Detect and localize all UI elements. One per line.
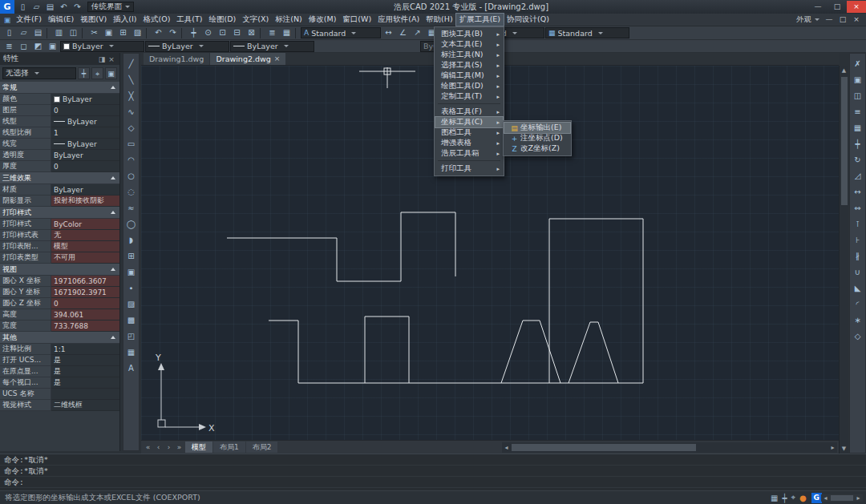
toolbar-icon[interactable]: ⊟ [230,27,244,38]
draw-tool-icon[interactable]: ∙ [124,282,138,295]
property-row[interactable]: 打印样式 ByColor [0,219,119,230]
toolbar-icon[interactable] [181,28,185,38]
layout-nav-icon[interactable]: ‹ [153,442,164,453]
draw-tool-icon[interactable]: ▣ [124,266,138,279]
command-line-panel[interactable]: 命令:*取消* 命令:*取消* 命令: [0,454,866,490]
scrollbar-thumb[interactable] [512,444,696,451]
status-icon[interactable]: ⌖ [791,493,795,502]
property-value[interactable]: 0 [51,161,119,172]
menu-item[interactable]: 绘图(D) [206,14,240,26]
color-combo[interactable]: ByLayer [60,41,144,52]
draw-tool-icon[interactable]: ◯ [124,218,138,231]
modify-tool-icon[interactable]: ↻ [851,154,864,167]
property-row[interactable]: 图层 0 [0,105,119,116]
toolbar-icon[interactable]: ▤ [31,27,45,38]
property-value[interactable]: 投射和接收阴影 [51,196,119,207]
property-row[interactable]: 阴影显示 投射和接收阴影 [0,196,119,207]
scroll-right-icon[interactable]: ▸ [828,444,837,451]
layout-nav-icon[interactable]: » [174,442,184,453]
toolbar-icon[interactable]: ≣ [265,27,279,38]
close-button[interactable]: × [847,1,866,13]
document-tab[interactable]: Drawing1.dwg [144,53,209,65]
draw-tool-icon[interactable]: ◗ [124,234,138,247]
toolbar-icon[interactable] [47,28,51,38]
tab-close-icon[interactable]: × [274,53,281,65]
property-value[interactable]: 无 [51,230,119,241]
menu-item[interactable]: 编辑工具(M) ▸ [435,71,503,81]
doc-restore-button[interactable]: □ [836,14,849,25]
qat-icon[interactable]: ↷ [71,2,84,13]
menu-item[interactable]: 表格工具(F) ▸ [435,107,503,117]
property-row[interactable]: 线型 ByLayer [0,116,119,127]
property-value[interactable]: 不可用 [51,252,119,264]
menu-item[interactable]: 格式(O) [140,14,173,26]
menu-item[interactable]: 坐标工具(C) ▸ [435,117,503,127]
horizontal-scrollbar[interactable]: ◂ ▸ [502,442,837,453]
property-row[interactable]: 视觉样式 二维线框 [0,400,119,411]
toolbar-icon[interactable] [82,28,86,38]
toolbar-icon[interactable] [260,28,264,38]
minimize-button[interactable]: — [808,1,828,13]
toolbar-icon[interactable]: ⊙ [201,27,215,38]
vertical-scrollbar[interactable]: ▲ ▼ [839,66,848,454]
doc-close-button[interactable]: × [850,14,863,25]
property-value[interactable]: 733.7688 [51,321,119,332]
property-row[interactable]: 圆心 X 坐标 1971066.3607 [0,276,119,287]
qat-icon[interactable]: ▱ [30,2,43,13]
draw-tool-icon[interactable]: ∿ [124,106,138,119]
toolbar-icon[interactable]: ┿ [187,27,200,38]
palette-header-button[interactable]: × [107,55,116,63]
modify-tool-icon[interactable]: ∪ [851,266,864,279]
menu-item[interactable]: 窗口(W) [339,14,374,26]
modify-tool-icon[interactable]: ◜ [851,298,864,311]
palette-tool-button[interactable]: ▣ [105,67,117,79]
menu-item[interactable]: 图块工具(B) ▸ [435,29,503,39]
palette-header-button[interactable]: ◨ [97,55,107,63]
menu-item[interactable]: 浩辰工具箱 ▸ [435,148,503,159]
modify-tool-icon[interactable]: ⊦ [851,234,864,247]
command-mini-scrollbar[interactable]: ◂ ▸ [821,494,863,502]
modify-tool-icon[interactable]: ◿ [851,170,864,183]
modify-tool-icon[interactable]: ◣ [851,282,864,295]
lineweight-combo[interactable]: ByLayer [230,41,314,52]
layout-tab[interactable]: 布局1 [213,442,245,453]
modify-tool-icon[interactable]: ▣ [851,74,864,87]
modify-tool-icon[interactable]: ┿ [851,138,864,151]
property-value[interactable]: 1671902.3971 [51,287,119,298]
status-icon[interactable]: ┿ [782,494,787,502]
draw-tool-icon[interactable]: ◇ [124,122,138,135]
property-row[interactable]: 颜色 ByLayer [0,94,119,105]
property-value[interactable]: ByColor [51,219,119,230]
property-value[interactable]: 0 [51,105,119,116]
property-value[interactable]: 1 [51,127,119,139]
qat-icon[interactable]: ▤ [43,2,57,13]
property-value[interactable]: ByLayer [51,184,119,196]
draw-tool-icon[interactable]: A [124,362,138,375]
draw-tool-icon[interactable]: ╱ [124,58,138,71]
toolbar-icon[interactable]: ▱ [17,27,30,38]
toolbar-icon[interactable]: ↗ [411,27,424,38]
toolbar-icon[interactable]: ▦ [280,27,293,38]
draw-tool-icon[interactable]: ○ [124,170,138,183]
modify-tool-icon[interactable]: ◫ [851,90,864,103]
palette-tool-button[interactable]: ⌖ [91,67,103,79]
property-row[interactable]: 打印表附... 模型 [0,241,119,252]
menu-item[interactable]: 修改(M) [306,14,340,26]
property-row[interactable]: 视图 [0,264,119,276]
qat-icon[interactable]: ▯ [16,2,30,13]
draw-tool-icon[interactable]: ▩ [124,314,138,327]
modify-tool-icon[interactable]: ∗ [851,314,864,327]
toolbar-icon[interactable]: ▨ [131,27,144,38]
modify-tool-icon[interactable]: ✗ [851,58,864,71]
property-row[interactable]: 圆心 Y 坐标 1671902.3971 [0,287,119,298]
property-row[interactable]: 高度 394.061 [0,309,119,321]
menu-item[interactable] [438,160,500,162]
property-row[interactable]: 打印样式表 无 [0,230,119,241]
menu-item[interactable]: 编辑(E) [45,14,77,26]
menu-item[interactable]: 应用软件(A) [374,14,423,26]
maximize-button[interactable]: □ [828,1,847,13]
modify-tool-icon[interactable]: ∦ [851,250,864,263]
draw-tool-icon[interactable]: ╲ [124,74,138,87]
doc-minimize-button[interactable]: — [823,14,836,25]
property-value[interactable]: 1971066.3607 [51,276,119,287]
